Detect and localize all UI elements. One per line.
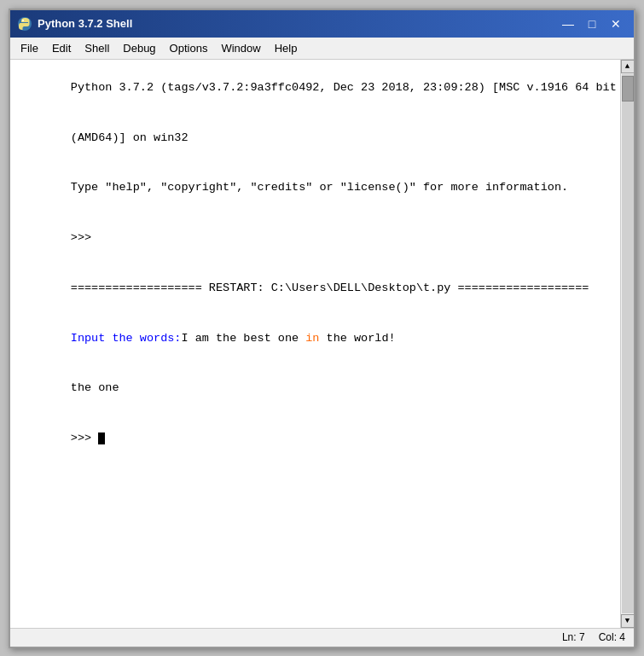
output-line-1: Python 3.7.2 (tags/v3.7.2:9a3ffc0492, De… — [15, 63, 615, 113]
title-buttons: — □ ✕ — [557, 15, 627, 33]
col-number: Col: 4 — [599, 631, 625, 643]
svg-point-1 — [22, 20, 24, 21]
menu-window[interactable]: Window — [214, 40, 267, 56]
output-line-3: Type "help", "copyright", "credits" or "… — [15, 163, 615, 213]
title-bar-left: Python 3.7.2 Shell — [17, 16, 132, 32]
menu-help[interactable]: Help — [268, 40, 305, 56]
output-prompt-line: >>> — [15, 413, 615, 463]
output-restart-line: =================== RESTART: C:\Users\DE… — [15, 263, 615, 313]
output-line-4: >>> — [15, 213, 615, 264]
menu-debug[interactable]: Debug — [116, 40, 162, 56]
scroll-thumb[interactable] — [622, 76, 634, 102]
close-button[interactable]: ✕ — [605, 15, 627, 33]
status-bar: Ln: 7 Col: 4 — [10, 628, 634, 647]
minimize-button[interactable]: — — [557, 15, 579, 33]
output-line-2: (AMD64)] on win32 — [15, 113, 615, 163]
main-window: Python 3.7.2 Shell — □ ✕ File Edit Shell… — [9, 9, 635, 648]
menu-file[interactable]: File — [14, 40, 45, 56]
window-title: Python 3.7.2 Shell — [38, 17, 132, 30]
python-icon — [17, 16, 32, 32]
scroll-track — [622, 74, 634, 613]
scroll-up-button[interactable]: ▲ — [621, 60, 635, 73]
line-number: Ln: 7 — [562, 631, 585, 643]
scrollbar-area: Python 3.7.2 (tags/v3.7.2:9a3ffc0492, De… — [10, 60, 634, 628]
menu-shell[interactable]: Shell — [78, 40, 116, 56]
maximize-button[interactable]: □ — [581, 15, 603, 33]
shell-output[interactable]: Python 3.7.2 (tags/v3.7.2:9a3ffc0492, De… — [10, 60, 620, 628]
scroll-down-button[interactable]: ▼ — [621, 614, 635, 628]
output-line-7: the one — [15, 363, 615, 414]
title-bar: Python 3.7.2 Shell — □ ✕ — [10, 10, 634, 38]
output-line-6: Input the words:I am the best one in the… — [15, 313, 615, 363]
menu-options[interactable]: Options — [163, 40, 215, 56]
menu-edit[interactable]: Edit — [45, 40, 78, 56]
vertical-scrollbar[interactable]: ▲ ▼ — [620, 60, 634, 628]
menu-bar: File Edit Shell Debug Options Window Hel… — [10, 38, 634, 60]
cursor — [98, 432, 105, 444]
